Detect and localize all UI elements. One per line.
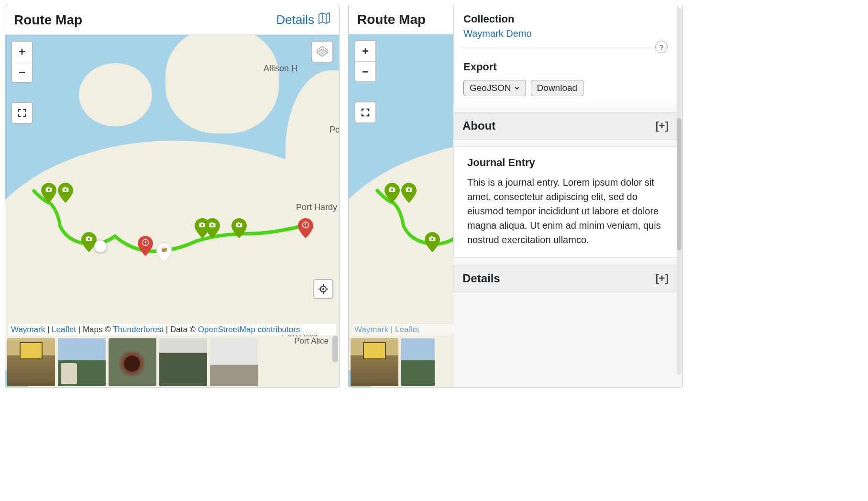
zoom-in-button[interactable]: +: [355, 41, 375, 61]
map-canvas[interactable]: Allison H Port Hardy Port Alice Po + −: [5, 35, 339, 387]
alert-icon: [141, 238, 150, 247]
marker-alert[interactable]: [137, 235, 154, 257]
thumbnail[interactable]: [159, 338, 207, 386]
fullscreen-control: [11, 102, 33, 124]
zoom-control: + −: [11, 41, 33, 83]
zoom-control: + −: [354, 40, 376, 82]
camera-icon: [84, 234, 94, 244]
fullscreen-button[interactable]: [355, 102, 375, 122]
map-label-allison: Allison H: [264, 64, 297, 74]
details-title: Details: [462, 272, 500, 285]
marker-photo[interactable]: [400, 182, 418, 204]
marker-photo[interactable]: [424, 231, 441, 253]
panel-header: Route Map Details: [5, 5, 339, 35]
attrib-osm[interactable]: OpenStreetMap contributors: [198, 325, 300, 334]
overlay-scrollbar[interactable]: [677, 8, 681, 375]
map-label-portalice-2: Port Alice: [294, 336, 329, 346]
camera-icon: [208, 220, 217, 230]
collection-link[interactable]: Waymark Demo: [463, 28, 532, 39]
marker-photo[interactable]: [204, 217, 221, 239]
locate-button[interactable]: [313, 279, 333, 299]
thumbnail[interactable]: [7, 338, 55, 386]
export-help-button[interactable]: ?: [655, 41, 668, 53]
panel-title: Route Map: [357, 12, 426, 27]
fullscreen-icon: [17, 108, 27, 118]
expand-icon: [+]: [656, 272, 669, 285]
chevron-down-icon: [514, 85, 520, 91]
map-label-po: Po: [330, 125, 339, 135]
route-map-panel-left: Route Map Details Allison H Port Hardy P…: [5, 5, 340, 388]
beer-icon: [159, 245, 169, 254]
journal-body: This is a journal entry. Lorem ipsum dol…: [467, 175, 668, 247]
photo-thumbnails: [351, 338, 435, 386]
attrib-thunderforest[interactable]: Thunderforest: [113, 325, 164, 334]
map-attribution: Waymark | Leaflet | Maps © Thunderforest…: [8, 324, 336, 335]
about-accordion[interactable]: About [+]: [453, 112, 678, 140]
map-fold-icon: [318, 12, 330, 28]
thumbnail[interactable]: [351, 338, 398, 386]
marker-alert[interactable]: [297, 217, 314, 239]
thumbnail-scrollbar[interactable]: [332, 335, 338, 362]
thumbnail[interactable]: [210, 338, 258, 386]
locate-icon: [318, 284, 329, 294]
details-link[interactable]: Details: [276, 12, 330, 28]
journal-entry-card: Journal Entry This is a journal entry. L…: [453, 146, 678, 258]
zoom-out-button[interactable]: −: [12, 62, 32, 82]
attrib-waymark[interactable]: Waymark: [354, 325, 388, 334]
export-format-select[interactable]: GeoJSON: [463, 80, 526, 96]
camera-icon: [387, 185, 397, 194]
journal-title: Journal Entry: [467, 155, 668, 170]
photo-thumbnails: [7, 338, 258, 386]
download-button[interactable]: Download: [531, 80, 584, 96]
marker-beer[interactable]: [155, 242, 173, 264]
attrib-leaflet[interactable]: Leaflet: [52, 325, 76, 334]
marker-photo[interactable]: [384, 182, 401, 204]
marker-photo[interactable]: [231, 217, 248, 239]
zoom-in-button[interactable]: +: [12, 42, 32, 62]
layers-button[interactable]: [311, 41, 333, 63]
svg-point-17: [94, 240, 107, 253]
details-overlay: Collection Waymark Demo Export ? GeoJSON…: [453, 5, 682, 387]
attrib-waymark[interactable]: Waymark: [11, 325, 45, 334]
layers-icon: [315, 45, 330, 59]
export-label: Export: [463, 61, 497, 73]
camera-icon: [234, 220, 244, 230]
camera-icon: [44, 185, 54, 194]
route-map-panel-right: Route Map + − Waymark | Leaflet Collecti…: [348, 5, 683, 388]
fullscreen-control: [354, 101, 376, 123]
fullscreen-icon: [361, 108, 370, 117]
details-link-label: Details: [276, 12, 314, 27]
expand-icon: [+]: [656, 120, 669, 132]
thumbnail[interactable]: [401, 338, 435, 386]
details-accordion[interactable]: Details [+]: [453, 265, 678, 292]
attrib-leaflet[interactable]: Leaflet: [395, 325, 419, 334]
thumbnail[interactable]: [109, 338, 156, 386]
alert-icon: [301, 220, 310, 230]
about-title: About: [462, 119, 495, 133]
marker-photo[interactable]: [57, 182, 74, 204]
marker-photo[interactable]: [40, 182, 57, 204]
overlay-meta-card: Collection Waymark Demo Export ? GeoJSON…: [453, 5, 678, 105]
zoom-out-button[interactable]: −: [355, 61, 375, 81]
camera-icon: [61, 185, 70, 194]
map-label-porthardy: Port Hardy: [296, 202, 337, 212]
camera-icon: [404, 185, 414, 194]
panel-title: Route Map: [14, 12, 82, 28]
collection-label: Collection: [463, 13, 668, 25]
export-format-value: GeoJSON: [470, 83, 511, 93]
camera-icon: [428, 234, 437, 244]
divider: [461, 47, 670, 47]
fullscreen-button[interactable]: [12, 103, 32, 123]
marker-circle[interactable]: [93, 239, 108, 254]
thumbnail[interactable]: [58, 338, 106, 386]
